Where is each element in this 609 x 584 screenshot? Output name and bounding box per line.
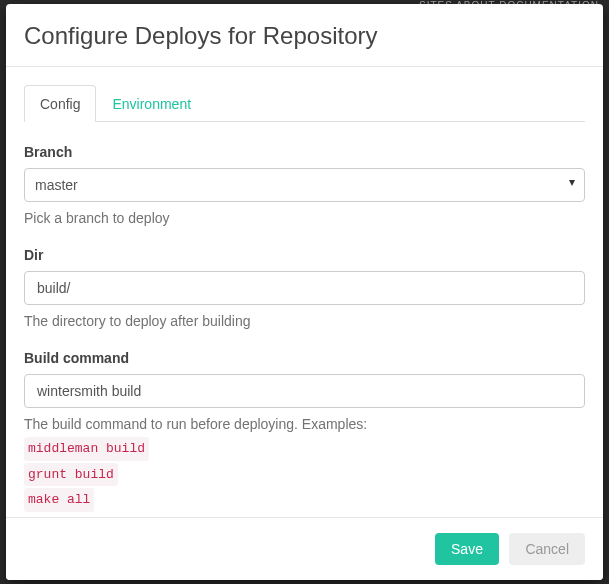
build-command-group: Build command The build command to run b… [24,350,585,512]
modal-header: Configure Deploys for Repository [6,4,603,67]
branch-help: Pick a branch to deploy [24,208,585,229]
dir-help: The directory to deploy after building [24,311,585,332]
tabs: Config Environment [24,85,585,122]
example-make: make all [24,488,94,512]
tab-environment[interactable]: Environment [96,85,207,122]
dir-group: Dir The directory to deploy after buildi… [24,247,585,332]
branch-select[interactable]: master [24,168,585,202]
branch-label: Branch [24,144,585,160]
build-command-input[interactable] [24,374,585,408]
save-button[interactable]: Save [435,533,499,565]
example-middleman: middleman build [24,437,149,461]
branch-select-wrapper: master [24,168,585,202]
build-command-label: Build command [24,350,585,366]
configure-deploys-modal: Configure Deploys for Repository Config … [6,4,603,580]
cancel-button[interactable]: Cancel [509,533,585,565]
dir-label: Dir [24,247,585,263]
tab-config[interactable]: Config [24,85,96,122]
example-grunt: grunt build [24,463,118,487]
branch-group: Branch master Pick a branch to deploy [24,144,585,229]
build-command-help: The build command to run before deployin… [24,414,585,512]
modal-footer: Save Cancel [6,517,603,580]
modal-title: Configure Deploys for Repository [24,22,585,50]
modal-body: Config Environment Branch master Pick a … [6,67,603,517]
dir-input[interactable] [24,271,585,305]
